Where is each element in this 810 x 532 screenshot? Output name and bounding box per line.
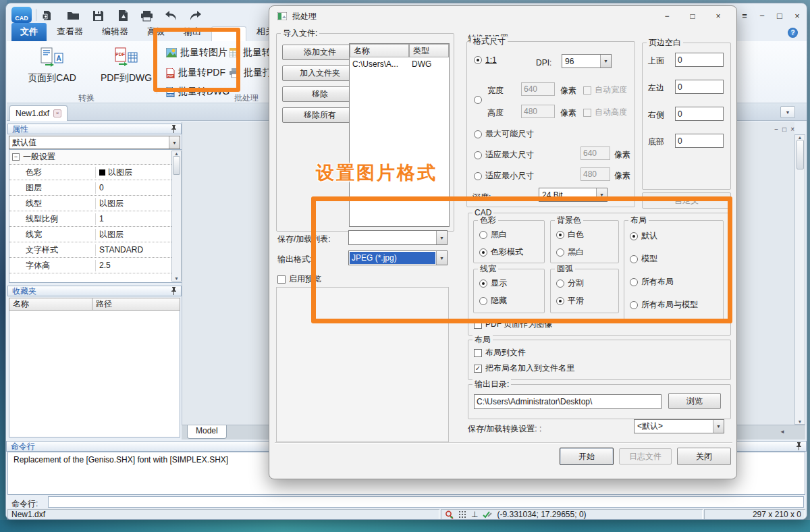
zoom-search-icon[interactable] [445, 510, 454, 519]
property-row[interactable]: 线宽 以图层 [9, 227, 182, 242]
scroll-up-icon[interactable]: ▲ [174, 151, 179, 156]
mdi-minimize-icon[interactable]: − [774, 126, 778, 133]
property-label: 色彩 [9, 167, 96, 178]
radio-one-to-one[interactable]: 1:1 [474, 55, 497, 65]
log-file-button[interactable]: 日志文件 [619, 448, 672, 464]
page-to-cad-button[interactable]: A 页面到CAD [16, 47, 88, 88]
pdf-export-icon[interactable] [115, 9, 130, 22]
dialog-close-button[interactable]: × [708, 9, 728, 24]
scroll-thumb[interactable] [796, 140, 804, 169]
dialog-title-bar[interactable]: 批处理 − □ × [269, 6, 736, 26]
undo-icon[interactable] [163, 9, 178, 22]
margin-top-input[interactable]: 0 [675, 53, 724, 67]
pin-icon[interactable] [796, 442, 802, 450]
property-row[interactable]: 文字样式 STANDARD [9, 242, 182, 258]
radio-icon [474, 151, 482, 159]
remove-all-button[interactable]: 移除所有 [282, 107, 358, 123]
scroll-down-icon[interactable]: ▼ [174, 276, 179, 281]
dropdown-arrow-icon[interactable]: ▼ [713, 420, 724, 433]
window-minimize-button[interactable]: − [754, 9, 770, 22]
window-close-button[interactable]: × [789, 9, 805, 22]
model-tab[interactable]: Model [187, 425, 227, 439]
auto-height-checkbox[interactable]: 自动高度 [583, 107, 627, 118]
file-list-row[interactable]: C:\Users\A... DWG [350, 57, 449, 71]
radio-fit-max[interactable]: 适应最大尺寸 [474, 149, 534, 161]
favorites-column-name[interactable]: 名称 [9, 298, 92, 311]
grid-snap-icon[interactable] [458, 510, 466, 518]
append-layout-name-checkbox[interactable]: ✓ 把布局名加入到文件名里 [474, 363, 574, 374]
fit-min-input[interactable]: 480 [580, 167, 610, 181]
dpi-combo[interactable]: 96 ▼ [562, 54, 612, 68]
property-value: 0 [96, 183, 182, 192]
app-logo[interactable]: CAD [11, 7, 32, 23]
margin-bottom-input[interactable]: 0 [675, 134, 724, 148]
list-column-type[interactable]: 类型 [409, 44, 449, 57]
add-file-button[interactable]: 添加文件 [282, 45, 358, 60]
margin-right-input[interactable]: 0 [675, 107, 724, 121]
print-icon[interactable] [139, 9, 154, 22]
properties-section-row[interactable]: − 一般设置 [9, 150, 182, 165]
scroll-thumb[interactable] [173, 156, 180, 175]
scroll-up-icon[interactable]: ▲ [798, 135, 803, 140]
tab-editor[interactable]: 编辑器 [93, 23, 137, 41]
width-input[interactable]: 640 [521, 82, 555, 96]
help-icon[interactable]: ? [788, 28, 798, 38]
save-settings-combo[interactable]: <默认> ▼ [634, 419, 724, 433]
add-folder-button[interactable]: 加入文件夹 [282, 65, 358, 81]
pin-icon[interactable] [171, 287, 177, 295]
remove-button[interactable]: 移除 [282, 86, 358, 102]
redo-icon[interactable] [188, 9, 203, 22]
tab-viewer[interactable]: 查看器 [48, 23, 92, 41]
browse-button[interactable]: 浏览 [668, 393, 721, 409]
dialog-maximize-button[interactable]: □ [682, 9, 703, 24]
property-row[interactable]: 线型 以图层 [9, 196, 182, 211]
tab-file[interactable]: 文件 [11, 23, 47, 41]
radio-fit-min[interactable]: 适应最小尺寸 [474, 170, 534, 182]
margin-top-label: 上面 [648, 55, 664, 67]
property-row[interactable]: 色彩 以图层 [9, 165, 182, 180]
property-row[interactable]: 图层 0 [9, 180, 182, 196]
margin-left-input[interactable]: 0 [675, 80, 724, 94]
dialog-minimize-button[interactable]: − [657, 9, 677, 24]
close-dialog-button[interactable]: 关闭 [677, 448, 731, 465]
dropdown-arrow-icon[interactable]: ▼ [169, 136, 180, 149]
output-directory-input[interactable]: C:\Users\Administrator\Desktop\ [474, 394, 662, 409]
pdf-to-dwg-button[interactable]: PDF PDF到DWG [90, 47, 162, 88]
properties-preset-combo[interactable]: 默认值 ▼ [9, 136, 180, 149]
favorites-list[interactable] [9, 311, 180, 437]
group-label-convert: 转换 [16, 92, 157, 104]
radio-max-possible[interactable]: 最大可能尺寸 [474, 128, 534, 140]
property-row[interactable]: 线型比例 1 [9, 211, 182, 227]
mdi-close-icon[interactable]: × [790, 126, 794, 133]
list-column-name[interactable]: 名称 [350, 44, 409, 57]
collapse-icon[interactable]: − [12, 153, 20, 161]
window-maximize-button[interactable]: □ [772, 9, 788, 22]
dropdown-arrow-icon[interactable]: ▼ [600, 55, 611, 68]
scroll-down-icon[interactable]: ▼ [798, 419, 803, 424]
document-tab-close-icon[interactable]: × [53, 109, 61, 117]
start-button[interactable]: 开始 [560, 448, 614, 465]
fit-max-input[interactable]: 640 [580, 147, 610, 160]
panel-chevron-icon[interactable]: ▼ [780, 106, 795, 118]
favorites-column-path[interactable]: 路径 [92, 298, 180, 311]
scroll-left-icon[interactable]: ◄ [780, 425, 785, 435]
open-folder-icon[interactable] [65, 9, 80, 22]
radio-custom-size[interactable] [474, 96, 482, 104]
command-input[interactable] [48, 496, 804, 508]
draw-check-icon[interactable] [483, 510, 492, 518]
auto-width-checkbox[interactable]: 自动宽度 [583, 84, 627, 96]
new-file-icon[interactable] [40, 9, 55, 22]
canvas-vertical-scrollbar[interactable]: ▲ ▼ [794, 134, 805, 425]
properties-panel-header: 属性 [7, 124, 182, 134]
layout-to-file-checkbox[interactable]: 布局到文件 [474, 347, 526, 358]
height-input[interactable]: 480 [521, 105, 555, 118]
properties-scrollbar[interactable]: ▲ ▼ [171, 151, 182, 282]
file-name-cell: C:\Users\A... [350, 59, 409, 69]
document-tab[interactable]: New1.dxf × [9, 105, 68, 121]
save-icon[interactable] [90, 9, 105, 22]
ortho-icon[interactable]: ⊥ [471, 510, 478, 519]
menu-icon[interactable]: ≡ [736, 9, 753, 22]
pin-icon[interactable] [171, 125, 177, 133]
property-row[interactable]: 字体高 2.5 [9, 258, 182, 273]
mdi-restore-icon[interactable]: □ [782, 126, 786, 133]
